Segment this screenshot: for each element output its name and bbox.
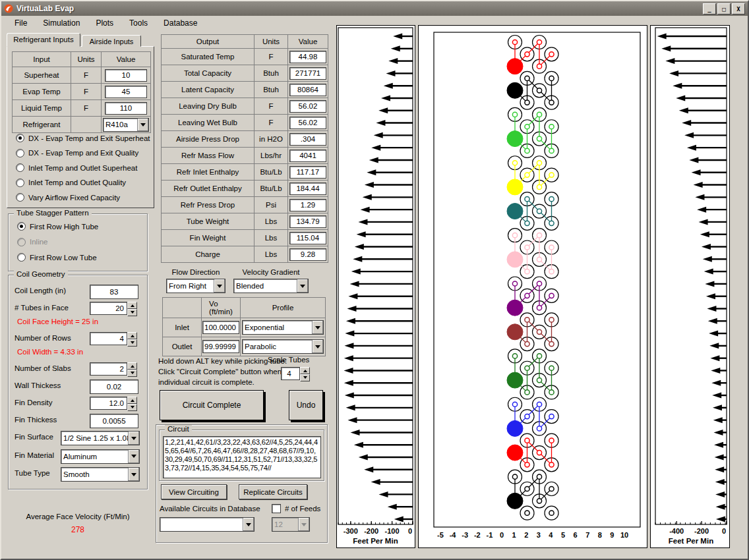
tube-60-port[interactable] xyxy=(537,499,541,503)
inlet-vo-input[interactable]: 100.0000 xyxy=(202,321,239,334)
feed-dot-tube-18[interactable] xyxy=(507,445,523,461)
tube-59-port[interactable] xyxy=(537,474,541,479)
tube-19-port[interactable] xyxy=(512,474,517,479)
fin-density-spinner[interactable]: 12.0 xyxy=(90,397,137,410)
maximize-button[interactable]: □ xyxy=(717,3,731,14)
spinner-down-icon[interactable] xyxy=(127,339,137,347)
tube-35-port[interactable] xyxy=(525,390,529,395)
chevron-down-icon[interactable] xyxy=(297,279,308,293)
tube-29-port[interactable] xyxy=(525,245,529,250)
menu-item-tools[interactable]: Tools xyxy=(123,17,154,29)
fin-material-select[interactable]: Aluminum xyxy=(61,449,140,464)
spinner-up-icon[interactable] xyxy=(300,367,310,374)
tube-32-port[interactable] xyxy=(525,318,529,322)
outlet-vo-input[interactable]: 99.99999 xyxy=(202,340,239,353)
replicate-circuits-button[interactable]: Replicate Circuits xyxy=(239,484,307,499)
tube-49-port[interactable] xyxy=(537,233,541,238)
flow-direction-select[interactable]: From Right xyxy=(166,279,225,293)
tube-73-port[interactable] xyxy=(549,342,554,347)
tube-31-port[interactable] xyxy=(525,293,529,298)
feed-dot-tube-2[interactable] xyxy=(507,59,523,74)
tube-6-port[interactable] xyxy=(512,161,517,165)
tube-25-port[interactable] xyxy=(525,148,529,153)
view-circuiting-button[interactable]: View Circuiting xyxy=(161,484,227,499)
tube-34-port[interactable] xyxy=(525,366,529,370)
tube-42-port[interactable] xyxy=(537,64,541,69)
tube-30-port[interactable] xyxy=(525,269,529,274)
menu-item-database[interactable]: Database xyxy=(157,17,204,29)
coil-length--in--input[interactable]: 83 xyxy=(90,285,138,299)
tube-41-port[interactable] xyxy=(537,40,541,44)
tube-26-port[interactable] xyxy=(525,173,529,177)
mode-option-1[interactable]: DX - Evap Temp and Exit Quality xyxy=(16,149,138,157)
tube-24-port[interactable] xyxy=(525,125,529,129)
tube-56-port[interactable] xyxy=(537,402,541,406)
tube-57-port[interactable] xyxy=(537,426,541,431)
tube-51-port[interactable] xyxy=(537,281,541,286)
spinner-up-icon[interactable] xyxy=(127,332,137,339)
feed-dot-tube-12[interactable] xyxy=(507,300,523,316)
tube-70-port[interactable] xyxy=(549,269,554,274)
chevron-down-icon[interactable] xyxy=(312,340,323,353)
spinner-up-icon[interactable] xyxy=(127,302,137,309)
tube-9-port[interactable] xyxy=(512,233,517,238)
tube-69-port[interactable] xyxy=(549,245,554,250)
feed-dot-tube-5[interactable] xyxy=(507,131,523,147)
undo-button[interactable]: Undo xyxy=(289,390,323,420)
minimize-button[interactable]: _ xyxy=(703,3,716,14)
menu-item-plots[interactable]: Plots xyxy=(89,17,120,29)
radio-icon[interactable] xyxy=(16,179,24,187)
superheat-input[interactable]: 10 xyxy=(105,69,147,82)
tube-46-port[interactable] xyxy=(537,161,541,165)
radio-icon[interactable] xyxy=(16,193,24,202)
tube-40-port[interactable] xyxy=(525,511,529,515)
spinner-down-icon[interactable] xyxy=(300,374,310,381)
tube-22-port[interactable] xyxy=(525,76,529,80)
tube-type-select[interactable]: Smooth xyxy=(61,467,140,482)
tube-11-port[interactable] xyxy=(512,281,517,286)
available-circuits-select[interactable] xyxy=(160,517,255,532)
stagger-option-0[interactable]: First Row High Tube xyxy=(17,222,98,231)
number-of-rows-spinner[interactable]: 4 xyxy=(90,332,137,345)
tube-45-port[interactable] xyxy=(537,136,541,141)
evap-temp-input[interactable]: 45 xyxy=(105,86,147,98)
tube-21-port[interactable] xyxy=(525,52,529,57)
tube-61-port[interactable] xyxy=(549,52,554,57)
feed-dot-tube-7[interactable] xyxy=(507,179,523,195)
tube-58-port[interactable] xyxy=(537,450,541,455)
tube-14-port[interactable] xyxy=(512,354,517,358)
tab-refrigerant-inputs[interactable]: Refrigerant Inputs xyxy=(7,33,80,47)
radio-icon[interactable] xyxy=(17,222,26,231)
tube-71-port[interactable] xyxy=(549,293,554,298)
liquid-temp-input[interactable]: 110 xyxy=(105,102,147,115)
mode-option-4[interactable]: Vary Airflow Fixed Capacity xyxy=(16,193,120,202)
num-feeds-checkbox[interactable] xyxy=(272,504,281,513)
spinner-down-icon[interactable] xyxy=(127,404,137,411)
feed-dot-tube-17[interactable] xyxy=(507,420,523,436)
tube-23-port[interactable] xyxy=(525,100,529,105)
refrigerant-select[interactable]: R410a xyxy=(103,118,149,132)
tube-circuit-diagram[interactable]: -5-4-3-2-1012345678910 xyxy=(418,25,647,548)
tube-62-port[interactable] xyxy=(549,76,554,80)
menu-item-file[interactable]: File xyxy=(8,17,34,29)
radio-icon[interactable] xyxy=(16,134,24,142)
chevron-down-icon[interactable] xyxy=(312,321,323,334)
tube-33-port[interactable] xyxy=(525,342,529,347)
tube-63-port[interactable] xyxy=(549,100,554,105)
feed-dot-tube-10[interactable] xyxy=(507,252,523,267)
tube-53-port[interactable] xyxy=(537,329,541,334)
spinner-down-icon[interactable] xyxy=(127,370,137,377)
tube-75-port[interactable] xyxy=(549,390,554,395)
mode-option-2[interactable]: Inlet Temp and Outlet Superheat xyxy=(16,163,137,172)
radio-icon[interactable] xyxy=(17,253,26,262)
feed-dot-tube-20[interactable] xyxy=(507,493,523,509)
spinner-up-icon[interactable] xyxy=(127,397,137,404)
radio-icon[interactable] xyxy=(16,149,24,157)
tube-72-port[interactable] xyxy=(549,318,554,322)
spinner-down-icon[interactable] xyxy=(127,309,137,316)
outlet-profile-select[interactable]: Parabolic xyxy=(242,339,324,354)
tube-16-port[interactable] xyxy=(512,402,517,406)
tube-55-port[interactable] xyxy=(537,378,541,383)
tube-66-port[interactable] xyxy=(549,173,554,177)
chevron-down-icon[interactable] xyxy=(243,518,254,531)
